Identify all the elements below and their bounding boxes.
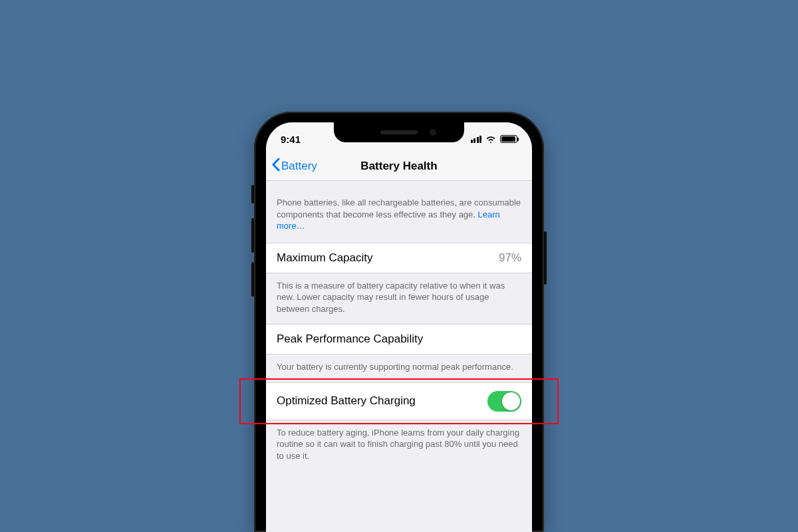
- row-label: Maximum Capacity: [277, 251, 373, 265]
- speaker-grill-icon: [380, 130, 418, 134]
- mute-switch-icon: [251, 185, 254, 203]
- phone-body: 9:41: [254, 112, 544, 532]
- nav-bar: Battery Battery Health: [266, 152, 532, 181]
- power-button-icon: [544, 231, 547, 285]
- optimized-charging-footer: To reduce battery aging, iPhone learns f…: [266, 420, 532, 471]
- peak-performance-footer: Your battery is currently supporting nor…: [266, 354, 532, 382]
- row-label: Optimized Battery Charging: [277, 394, 416, 408]
- intro-text: Phone batteries, like all rechargeable b…: [266, 181, 532, 243]
- back-button[interactable]: Battery: [271, 152, 317, 180]
- optimized-charging-row: Optimized Battery Charging: [266, 382, 532, 420]
- status-indicators: [471, 131, 518, 143]
- row-value: 97%: [499, 251, 521, 265]
- battery-icon: [500, 135, 517, 143]
- settings-content: Phone batteries, like all rechargeable b…: [266, 181, 532, 471]
- chevron-left-icon: [271, 158, 280, 175]
- maximum-capacity-row[interactable]: Maximum Capacity 97%: [266, 243, 532, 273]
- peak-performance-row[interactable]: Peak Performance Capability: [266, 324, 532, 354]
- row-label: Peak Performance Capability: [277, 332, 423, 346]
- optimized-charging-toggle[interactable]: [487, 391, 521, 412]
- wifi-icon: [485, 135, 496, 143]
- maximum-capacity-footer: This is a measure of battery capacity re…: [266, 273, 532, 325]
- phone-mockup: 9:41: [254, 112, 544, 532]
- cellular-signal-icon: [471, 136, 482, 143]
- phone-screen: 9:41: [266, 122, 532, 532]
- volume-down-button-icon: [251, 262, 254, 297]
- toggle-knob-icon: [502, 392, 520, 410]
- status-time: 9:41: [281, 130, 301, 145]
- front-camera-icon: [430, 129, 436, 136]
- notch: [334, 122, 464, 142]
- back-label: Battery: [281, 160, 317, 173]
- volume-up-button-icon: [251, 218, 254, 253]
- page-title: Battery Health: [360, 160, 437, 173]
